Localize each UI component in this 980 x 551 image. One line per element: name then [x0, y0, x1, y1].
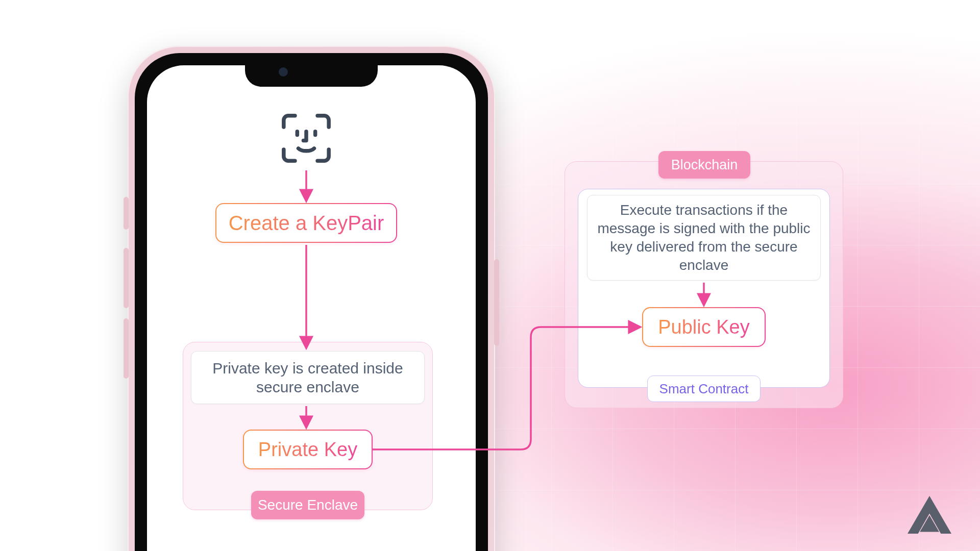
contract-desc-text: Execute transactions if the message is s… [597, 201, 811, 274]
private-key-desc-text: Private key is created inside secure enc… [199, 359, 417, 397]
secure-enclave-label: Secure Enclave [251, 491, 364, 519]
contract-desc-box: Execute transactions if the message is s… [587, 195, 821, 281]
private-key-label: Private Key [258, 439, 357, 461]
create-keypair-label: Create a KeyPair [229, 212, 384, 235]
public-key-box: Public Key [642, 307, 766, 347]
public-key-label: Public Key [658, 316, 750, 338]
brand-logo-icon [908, 496, 951, 534]
private-key-desc-box: Private key is created inside secure enc… [191, 351, 425, 404]
create-keypair-box: Create a KeyPair [215, 203, 397, 243]
smart-contract-label: Smart Contract [647, 375, 761, 402]
blockchain-label: Blockchain [658, 151, 750, 179]
private-key-box: Private Key [243, 430, 373, 469]
faceid-icon [279, 111, 333, 165]
